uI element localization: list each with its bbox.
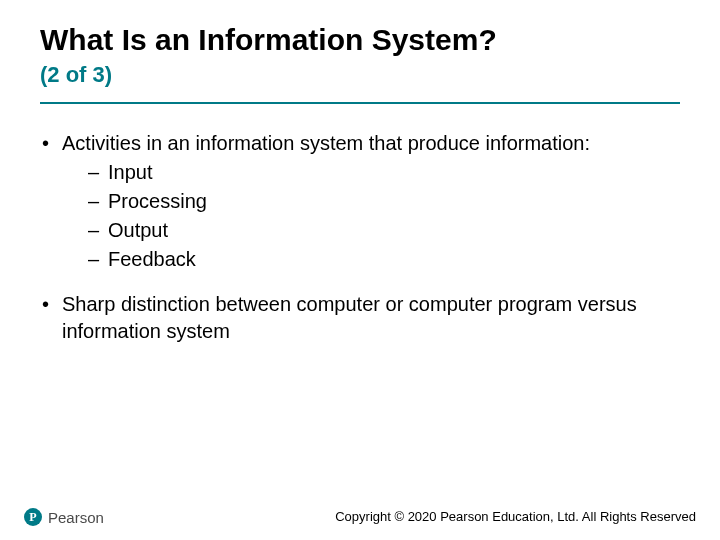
bullet-activities-text: Activities in an information system that… [62,132,590,154]
logo-mark-icon: P [24,508,42,526]
sub-item-feedback: Feedback [88,246,680,273]
slide-footer: P Pearson Copyright © 2020 Pearson Educa… [0,492,720,540]
slide: What Is an Information System? (2 of 3) … [0,0,720,540]
sub-item-processing: Processing [88,188,680,215]
activities-sublist: Input Processing Output Feedback [62,159,680,273]
copyright-text: Copyright © 2020 Pearson Education, Ltd.… [335,509,696,524]
logo-brand-text: Pearson [48,509,104,526]
title-block: What Is an Information System? (2 of 3) [40,22,680,88]
slide-title: What Is an Information System? [40,22,680,58]
slide-subtitle: (2 of 3) [40,62,680,88]
pearson-logo: P Pearson [24,508,104,526]
slide-body: Activities in an information system that… [40,130,680,363]
title-underline [40,102,680,104]
sub-item-input: Input [88,159,680,186]
bullet-list: Activities in an information system that… [40,130,680,345]
bullet-activities: Activities in an information system that… [40,130,680,273]
sub-item-output: Output [88,217,680,244]
bullet-distinction: Sharp distinction between computer or co… [40,291,680,345]
